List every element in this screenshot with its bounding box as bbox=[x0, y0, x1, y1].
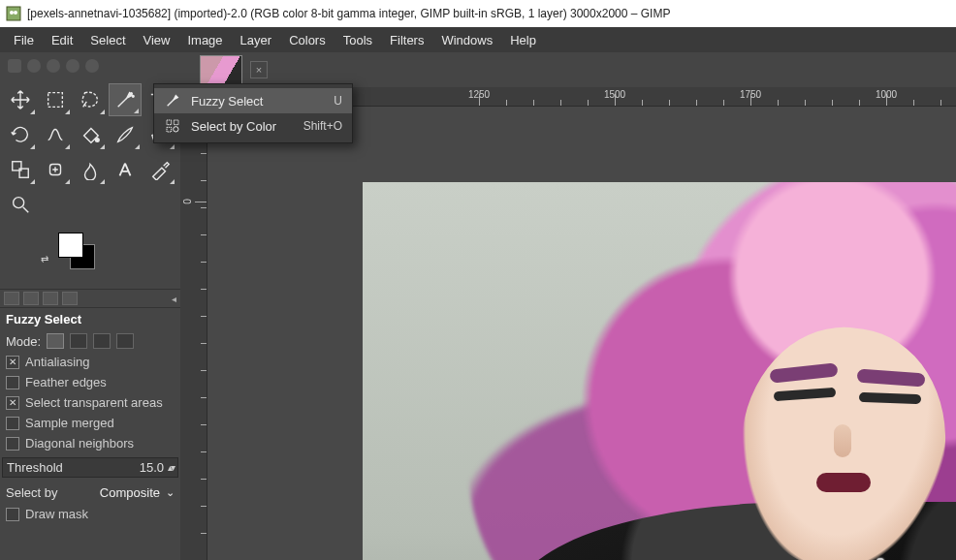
selection-mode-row: Mode: bbox=[0, 330, 180, 352]
select-by-label: Select by bbox=[6, 485, 57, 500]
menu-view[interactable]: View bbox=[136, 30, 178, 50]
menu-layer[interactable]: Layer bbox=[233, 30, 280, 50]
opt-feather-edges[interactable]: Feather edges bbox=[0, 372, 180, 392]
tool-free-select[interactable] bbox=[74, 83, 107, 116]
opt-label: Feather edges bbox=[25, 375, 107, 389]
select-by-value: Composite bbox=[100, 485, 160, 500]
menu-edit[interactable]: Edit bbox=[44, 30, 80, 50]
opt-antialiasing[interactable]: Antialiasing bbox=[0, 352, 180, 372]
menu-tools[interactable]: Tools bbox=[335, 30, 380, 50]
menu-help[interactable]: Help bbox=[502, 30, 544, 50]
mode-intersect[interactable] bbox=[116, 333, 134, 349]
mode-add[interactable] bbox=[70, 333, 87, 349]
tool-warp[interactable] bbox=[39, 118, 72, 151]
select-by-color-icon bbox=[164, 118, 181, 134]
menu-file[interactable]: File bbox=[6, 30, 42, 50]
tool-clone[interactable] bbox=[4, 153, 37, 186]
tool-group-flyout: Fuzzy Select U Select by Color Shift+O bbox=[153, 83, 353, 143]
flyout-select-by-color[interactable]: Select by Color Shift+O bbox=[154, 113, 352, 139]
threshold-label: Threshold bbox=[7, 460, 63, 475]
svg-point-11 bbox=[14, 198, 24, 208]
tool-text[interactable] bbox=[109, 153, 142, 186]
mode-subtract[interactable] bbox=[93, 333, 111, 349]
mode-label: Mode: bbox=[6, 334, 41, 349]
tool-options-title: Fuzzy Select bbox=[0, 308, 180, 330]
tool-bucket-fill[interactable] bbox=[74, 118, 107, 151]
svg-rect-0 bbox=[7, 7, 20, 20]
svg-point-2 bbox=[14, 11, 17, 15]
opt-sample-merged[interactable]: Sample merged bbox=[0, 413, 180, 433]
select-by-row: Select by Composite ⌄ bbox=[0, 482, 180, 504]
threshold-field[interactable]: Threshold 15.0 ▴▾ bbox=[2, 457, 178, 478]
checkbox-icon[interactable] bbox=[6, 376, 19, 389]
mode-replace[interactable] bbox=[47, 333, 64, 349]
svg-point-5 bbox=[132, 95, 134, 97]
image-canvas[interactable] bbox=[363, 182, 956, 560]
flyout-fuzzy-select[interactable]: Fuzzy Select U bbox=[154, 88, 352, 113]
svg-point-15 bbox=[174, 127, 178, 132]
checkbox-icon[interactable] bbox=[6, 417, 19, 430]
svg-rect-3 bbox=[48, 93, 63, 108]
tab-tool-options[interactable] bbox=[4, 292, 19, 305]
ruler-tick-label: 1000 bbox=[876, 89, 897, 100]
canvas-wrap: 1250150017501000125015001750 0 bbox=[180, 87, 956, 560]
svg-point-4 bbox=[131, 93, 133, 95]
window-title: [pexels-annetnavi-1035682] (imported)-2.… bbox=[27, 7, 670, 20]
tab-device-status[interactable] bbox=[23, 292, 39, 305]
opt-select-transparent[interactable]: Select transparent areas bbox=[0, 392, 180, 413]
ruler-tick-label: 1250 bbox=[468, 89, 490, 100]
svg-rect-12 bbox=[167, 120, 172, 125]
ruler-vertical[interactable]: 0 bbox=[180, 107, 207, 560]
wand-icon bbox=[164, 93, 181, 109]
flyout-label: Select by Color bbox=[191, 119, 294, 134]
select-by-dropdown[interactable]: Composite ⌄ bbox=[100, 485, 175, 500]
image-lips bbox=[816, 473, 871, 492]
threshold-value: 15.0 bbox=[140, 460, 164, 475]
tabs-menu-icon[interactable]: ◂ bbox=[172, 294, 176, 304]
checkbox-icon[interactable] bbox=[6, 437, 19, 451]
image-tab-close[interactable]: × bbox=[250, 61, 268, 78]
swatch-swap-icon[interactable]: ⇄ bbox=[41, 254, 48, 264]
flyout-label: Fuzzy Select bbox=[191, 94, 324, 109]
tool-heal[interactable] bbox=[39, 153, 72, 186]
tool-fuzzy-select[interactable] bbox=[109, 83, 142, 116]
opt-label: Sample merged bbox=[25, 416, 114, 430]
tool-smudge[interactable] bbox=[74, 153, 107, 186]
canvas-surface[interactable] bbox=[207, 107, 956, 560]
tool-paintbrush[interactable] bbox=[109, 118, 142, 151]
opt-label: Antialiasing bbox=[25, 355, 90, 369]
app-icon bbox=[6, 6, 21, 21]
tool-options-tabs: ◂ bbox=[0, 289, 180, 308]
tool-zoom[interactable] bbox=[4, 188, 37, 221]
menubar: File Edit Select View Image Layer Colors… bbox=[0, 27, 956, 52]
checkbox-icon[interactable] bbox=[6, 396, 19, 410]
ruler-tick-label: 1750 bbox=[740, 89, 761, 100]
menu-colors[interactable]: Colors bbox=[281, 30, 334, 50]
flyout-shortcut: Shift+O bbox=[303, 119, 342, 133]
svg-point-1 bbox=[10, 11, 14, 15]
tool-move[interactable] bbox=[4, 83, 37, 116]
tab-images[interactable] bbox=[62, 292, 78, 305]
tool-rect-select[interactable] bbox=[39, 83, 72, 116]
menu-windows[interactable]: Windows bbox=[433, 30, 500, 50]
checkbox-icon[interactable] bbox=[6, 356, 19, 369]
chevron-down-icon: ⌄ bbox=[166, 486, 175, 499]
svg-rect-14 bbox=[167, 127, 172, 132]
image-tab-thumbnail[interactable] bbox=[200, 55, 242, 84]
spin-icon[interactable]: ▴▾ bbox=[168, 462, 174, 473]
image-nose bbox=[834, 424, 851, 457]
svg-rect-13 bbox=[174, 120, 178, 125]
opt-draw-mask[interactable]: Draw mask bbox=[0, 504, 180, 524]
checkbox-icon[interactable] bbox=[6, 508, 19, 521]
tool-color-picker[interactable] bbox=[143, 153, 176, 186]
tab-undo-history[interactable] bbox=[43, 292, 58, 305]
menu-select[interactable]: Select bbox=[82, 30, 133, 50]
color-swatches[interactable]: ⇄ bbox=[58, 233, 180, 281]
opt-diagonal-neighbors[interactable]: Diagonal neighbors bbox=[0, 433, 180, 453]
opt-label: Select transparent areas bbox=[25, 395, 163, 410]
tool-rotate[interactable] bbox=[4, 118, 37, 151]
menu-filters[interactable]: Filters bbox=[382, 30, 431, 50]
menu-image[interactable]: Image bbox=[179, 30, 230, 50]
fg-color[interactable] bbox=[58, 233, 83, 258]
toolbox-header-deco bbox=[0, 52, 180, 79]
